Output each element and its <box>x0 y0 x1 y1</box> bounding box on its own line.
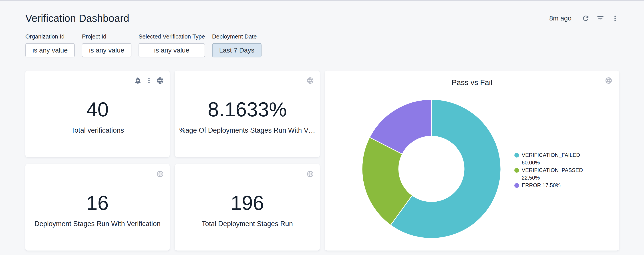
legend-label: VERIFICATION_FAILED60.00% <box>522 151 580 166</box>
tile-label: Total Deployment Stages Run <box>175 220 320 228</box>
chart-legend: VERIFICATION_FAILED60.00%VERIFICATION_PA… <box>514 151 612 189</box>
filter-value-verification-type[interactable]: is any value <box>138 43 205 57</box>
legend-item-verification_failed[interactable]: VERIFICATION_FAILED60.00% <box>514 151 612 166</box>
filter-label: Selected Verification Type <box>138 33 205 40</box>
legend-dot <box>514 183 519 188</box>
filter-label: Organization Id <box>25 33 75 40</box>
legend-item-error[interactable]: ERROR 17.50% <box>514 182 612 189</box>
filter-label: Deployment Date <box>212 33 262 40</box>
legend-label: ERROR 17.50% <box>522 182 560 189</box>
tile-label: Deployment Stages Run With Verification <box>25 220 170 228</box>
browser-top-strip <box>0 0 644 1</box>
filter-bar: Organization Id is any value Project Id … <box>25 33 619 57</box>
globe-icon <box>306 170 314 178</box>
tile-label: Total verifications <box>25 126 170 134</box>
globe-icon <box>605 77 612 84</box>
filter-label: Project Id <box>82 33 131 40</box>
legend-dot <box>514 168 519 173</box>
donut-chart <box>361 99 502 239</box>
legend-dot <box>514 153 519 158</box>
filter-value-deployment-date[interactable]: Last 7 Days <box>212 43 262 57</box>
tile-menu-button[interactable] <box>145 77 153 84</box>
globe-icon <box>156 170 164 178</box>
legend-item-verification_passed[interactable]: VERIFICATION_PASSED22.50% <box>514 166 612 182</box>
filter-group-project-id: Project Id is any value <box>82 33 131 57</box>
tile-label: %age Of Deployments Stages Run With V… <box>175 126 320 134</box>
chart-title: Pass vs Fail <box>325 78 619 87</box>
tile-value: 16 <box>25 193 170 213</box>
tile-icons <box>306 170 314 178</box>
header-actions: 8m ago <box>549 14 619 22</box>
dashboard-menu-button[interactable] <box>611 14 619 22</box>
bell-plus-icon <box>134 77 142 84</box>
tile-icons <box>156 170 164 178</box>
dashboard-grid: 40 Total verifications 8.1633% %age Of D… <box>25 71 619 250</box>
tile-value: 40 <box>25 99 170 119</box>
filter-group-deployment-date: Deployment Date Last 7 Days <box>212 33 262 57</box>
page-title: Verification Dashboard <box>25 12 129 24</box>
kebab-icon <box>145 77 153 84</box>
filter-group-organization-id: Organization Id is any value <box>25 33 75 57</box>
tile-icons <box>134 77 164 84</box>
refresh-button[interactable] <box>582 14 590 22</box>
last-refreshed-timestamp: 8m ago <box>549 15 572 22</box>
filter-value-organization-id[interactable]: is any value <box>25 43 75 57</box>
tile-total-stages-run: 196 Total Deployment Stages Run <box>175 164 320 250</box>
dashboard-header: Verification Dashboard 8m ago <box>25 12 619 24</box>
tile-value: 8.1633% <box>175 99 320 119</box>
tile-icons <box>306 77 314 84</box>
filter-icon <box>596 14 604 22</box>
globe-icon <box>306 77 314 84</box>
refresh-icon <box>582 14 590 22</box>
legend-label: VERIFICATION_PASSED22.50% <box>522 166 583 182</box>
tile-value: 196 <box>175 193 320 213</box>
tile-stages-run-with-verification: 16 Deployment Stages Run With Verificati… <box>25 164 170 250</box>
tile-pct-stages-with-verification: 8.1633% %age Of Deployments Stages Run W… <box>175 71 320 157</box>
add-alert-button[interactable] <box>134 77 142 84</box>
dashboard-page: Verification Dashboard 8m ago Organizati… <box>0 12 644 250</box>
filter-value-project-id[interactable]: is any value <box>82 43 131 57</box>
kebab-icon <box>611 14 619 22</box>
pass-vs-fail-chart-card: Pass vs Fail VERIFICATION_FAILED60.00%VE… <box>325 71 619 250</box>
filters-button[interactable] <box>596 14 604 22</box>
tile-total-verifications: 40 Total verifications <box>25 71 170 157</box>
filter-group-verification-type: Selected Verification Type is any value <box>138 33 205 57</box>
globe-icon <box>156 77 164 84</box>
